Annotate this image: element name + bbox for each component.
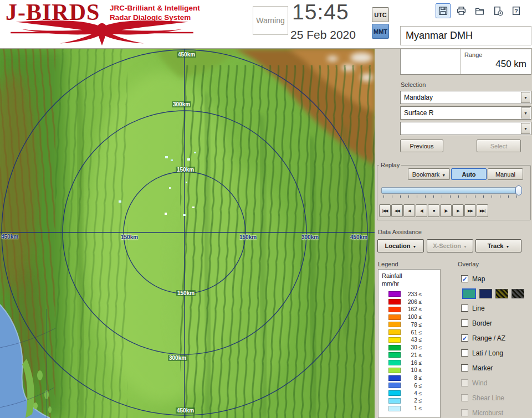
export-button[interactable] [490, 3, 505, 18]
overlay-item-microburst[interactable]: Microburst [461, 405, 532, 418]
radar-map[interactable]: 450km 300km 150km 150km 300km 450km 450k… [0, 49, 375, 418]
playback-button-4[interactable]: ■ [428, 204, 439, 217]
save-icon [438, 6, 448, 16]
legend-row: 61 ≤ [382, 328, 440, 336]
map-style-swatches [461, 286, 532, 301]
overlay-item-wind[interactable]: Wind [461, 375, 532, 390]
previous-button[interactable]: Previous [400, 140, 443, 152]
checkbox[interactable] [461, 319, 468, 327]
divider [460, 49, 461, 74]
range-label: 450km [350, 234, 367, 240]
checkbox[interactable] [461, 364, 468, 371]
playback-button-2[interactable]: ◀ [403, 204, 415, 217]
checkbox[interactable] [461, 409, 468, 416]
select-button[interactable]: Select [477, 140, 521, 152]
map-style-swatch[interactable] [462, 288, 476, 299]
playback-button-8[interactable]: ▶▶| [477, 204, 488, 217]
legend-color-swatch [388, 322, 401, 327]
track-button[interactable]: Track▼ [475, 239, 521, 252]
legend-row-label: 78 ≤ [401, 322, 422, 328]
legend-unit-line1: Rainfall [382, 272, 440, 280]
overlay-item-label: Microburst [472, 409, 503, 417]
chevron-down-icon[interactable]: ▼ [521, 123, 530, 134]
legend-color-swatch [388, 360, 401, 365]
legend-color-swatch [388, 337, 401, 343]
legend-row: 78 ≤ [382, 321, 440, 329]
checkbox[interactable] [461, 349, 468, 357]
bookmark-button[interactable]: Bookmark▼ [408, 168, 450, 180]
site-combobox[interactable]: Mandalay ▼ [400, 91, 531, 104]
playback-button-1[interactable]: ◀◀ [391, 204, 403, 217]
map-style-swatch[interactable] [495, 289, 508, 298]
overlay-item-line[interactable]: Line [461, 301, 532, 316]
overlay-item-range-az[interactable]: ✓Range / AZ [461, 331, 532, 345]
legend-color-swatch [388, 329, 401, 335]
chevron-down-icon[interactable]: ▼ [521, 92, 530, 103]
playback-button-3[interactable]: ◀| [416, 204, 427, 217]
legend-row-label: 30 ≤ [401, 344, 422, 350]
legend-row: 8 ≤ [382, 374, 440, 382]
legend-row-label: 2 ≤ [401, 398, 422, 404]
legend-row: 30 ≤ [382, 344, 440, 352]
legend-color-swatch [388, 314, 401, 320]
playback-button-5[interactable]: |▶ [440, 204, 452, 217]
range-label: 450km [176, 407, 195, 414]
legend-color-swatch [388, 299, 401, 305]
chevron-down-icon: ▼ [412, 245, 416, 249]
checkbox[interactable]: ✓ [461, 334, 468, 342]
chevron-down-icon: ▼ [463, 245, 467, 249]
help-button[interactable]: ? [509, 3, 524, 18]
legend-row: 21 ≤ [382, 352, 440, 359]
legend-color-swatch [388, 406, 401, 411]
playback-button-0[interactable]: |◀◀ [379, 204, 391, 217]
chevron-down-icon[interactable]: ▼ [521, 107, 530, 118]
open-folder-button[interactable] [472, 3, 487, 18]
range-label: 450km [1, 234, 18, 240]
utc-button[interactable]: UTC [372, 7, 389, 22]
map-style-swatch[interactable] [479, 289, 492, 298]
auto-mode-button[interactable]: Auto [451, 168, 487, 180]
legend-row: 100 ≤ [382, 313, 440, 321]
product-combobox[interactable]: Surface R ▼ [400, 106, 531, 120]
overlay-item-shear-line[interactable]: Shear Line [461, 390, 532, 405]
overlay-item-lati-long[interactable]: Lati / Long [461, 345, 532, 360]
replay-group-label: Replay [379, 162, 401, 168]
eagle-logo-icon [3, 19, 201, 47]
range-label: 150km [121, 234, 138, 240]
checkbox[interactable] [461, 305, 468, 312]
overlay-item-border[interactable]: Border [461, 316, 532, 331]
option-combobox[interactable]: ▼ [400, 122, 531, 135]
playback-button-7[interactable]: ▶▶ [464, 204, 476, 217]
playback-button-6[interactable]: ▶ [452, 204, 464, 217]
playback-controls: |◀◀◀◀◀◀|■|▶▶▶▶▶▶| [379, 204, 489, 217]
svg-text:?: ? [514, 8, 518, 14]
overlay-item-map[interactable]: ✓Map [461, 271, 532, 286]
replay-slider-thumb[interactable] [515, 185, 522, 195]
org-name: Myanmar DMH [406, 27, 473, 45]
x-section-label: X-Section [433, 242, 461, 249]
x-section-button[interactable]: X-Section▼ [427, 239, 473, 252]
legend-row-label: 206 ≤ [401, 299, 422, 305]
legend-color-swatch [388, 352, 401, 358]
checkbox[interactable] [461, 394, 468, 401]
checkbox[interactable] [461, 379, 468, 386]
manual-mode-button[interactable]: Manual [488, 168, 523, 180]
legend-color-swatch [388, 368, 401, 373]
legend-color-swatch [388, 398, 401, 404]
warning-button[interactable]: Warning [253, 6, 288, 35]
overlay-item-marker[interactable]: Marker [461, 360, 532, 375]
legend-row: 4 ≤ [382, 389, 440, 397]
map-style-swatch[interactable] [511, 289, 524, 298]
legend-row: 16 ≤ [382, 359, 440, 367]
replay-timeline-slider[interactable] [381, 187, 522, 194]
checkbox[interactable]: ✓ [461, 275, 468, 282]
selection-label: Selection [401, 81, 426, 88]
legend-color-swatch [388, 375, 401, 381]
location-button[interactable]: Location▼ [377, 239, 424, 252]
print-button[interactable] [454, 3, 469, 18]
save-button[interactable] [436, 3, 451, 18]
range-label: 300km [301, 234, 319, 240]
logo-subtitle-line1: JRC-Brilliant & Intelligent [110, 4, 200, 13]
legend-row-label: 10 ≤ [401, 367, 422, 373]
mmt-button[interactable]: MMT [372, 24, 389, 39]
